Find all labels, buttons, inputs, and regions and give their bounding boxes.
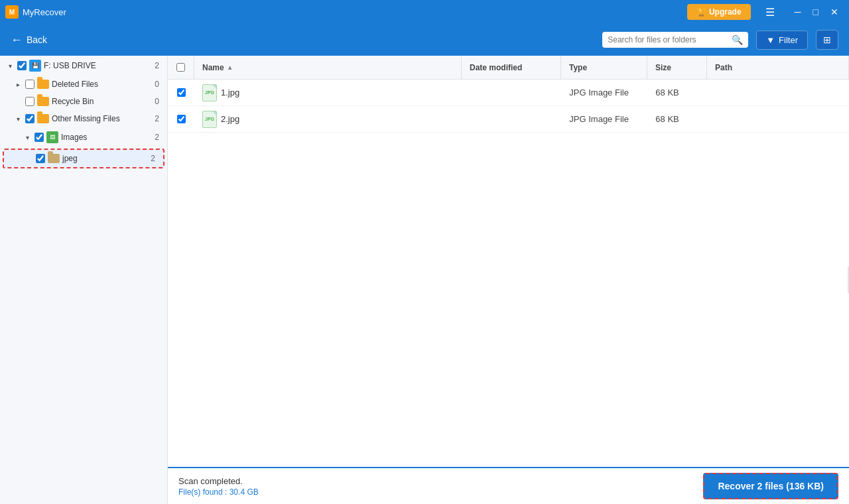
hamburger-icon[interactable]: ☰ <box>761 5 779 20</box>
status-info: Scan completed. File(s) found : 30.4 GB <box>178 476 259 497</box>
deleted-files-checkbox[interactable] <box>25 80 34 89</box>
sort-arrow-icon: ▲ <box>227 64 233 71</box>
upgrade-button[interactable]: 🏆 Upgrade <box>687 4 751 20</box>
column-header-path[interactable]: Path <box>707 56 849 79</box>
search-box: 🔍 <box>602 32 748 48</box>
title-bar: M MyRecover 🏆 Upgrade ☰ ─ □ ✕ <box>0 0 849 24</box>
jpeg-count: 2 <box>151 154 158 163</box>
upgrade-label: Upgrade <box>709 7 742 17</box>
images-count: 2 <box>155 133 162 142</box>
view-toggle-button[interactable]: ⊞ <box>816 30 838 50</box>
deleted-files-label: Deleted Files <box>52 80 152 89</box>
window-controls: ─ □ ✕ <box>789 4 844 20</box>
row1-checkbox[interactable] <box>177 88 186 97</box>
usb-icon-group: 💾 <box>29 60 41 72</box>
name-column-label: Name <box>202 63 224 72</box>
type-column-label: Type <box>569 63 587 72</box>
row1-type: JPG Image File <box>569 88 629 97</box>
sidebar-item-other-missing[interactable]: ▾ Other Missing Files 2 <box>0 110 167 127</box>
app-branding: M MyRecover <box>5 5 66 19</box>
files-found: File(s) found : 30.4 GB <box>178 487 259 497</box>
recycle-bin-checkbox[interactable] <box>25 97 34 106</box>
maximize-button[interactable]: □ <box>808 4 824 20</box>
recycle-bin-label: Recycle Bin <box>52 97 152 106</box>
row1-type-cell: JPG Image File <box>561 80 647 105</box>
chevron-down-icon: ▾ <box>5 61 15 70</box>
recycle-bin-count: 0 <box>155 97 162 106</box>
view-grid-icon: ⊞ <box>823 34 831 45</box>
jpg-file-icon: JPG <box>202 84 217 101</box>
row2-check-cell <box>168 106 194 132</box>
row2-size: 68 KB <box>655 114 679 124</box>
sidebar-item-recycle-bin[interactable]: Recycle Bin 0 <box>0 93 167 110</box>
other-missing-checkbox[interactable] <box>25 114 34 123</box>
content-pane: › Name ▲ Date modified Type Size Path <box>168 56 849 504</box>
back-label: Back <box>27 34 47 45</box>
close-button[interactable]: ✕ <box>825 4 844 20</box>
recycle-bin-icon <box>37 97 49 106</box>
table-row[interactable]: JPG 2.jpg JPG Image File 68 KB <box>168 106 849 133</box>
row1-size-cell: 68 KB <box>647 80 707 105</box>
filter-label: Filter <box>779 35 798 45</box>
column-header-size[interactable]: Size <box>647 56 707 79</box>
usb-drive-label: F: USB DRIVE <box>44 61 152 70</box>
row2-checkbox[interactable] <box>177 115 186 123</box>
row1-path-cell <box>707 80 849 105</box>
search-input[interactable] <box>608 35 728 44</box>
sidebar-item-jpeg[interactable]: jpeg 2 <box>3 149 164 168</box>
table-header: Name ▲ Date modified Type Size Path <box>168 56 849 80</box>
usb-drive-count: 2 <box>155 61 162 70</box>
back-arrow-icon: ← <box>11 33 23 47</box>
size-column-label: Size <box>655 63 671 72</box>
column-header-checkbox[interactable] <box>168 56 194 79</box>
row2-date-cell <box>462 106 561 132</box>
table-row[interactable]: JPG 1.jpg JPG Image File 68 KB <box>168 80 849 106</box>
other-missing-label: Other Missing Files <box>52 114 152 123</box>
images-label: Images <box>61 133 152 142</box>
menu-icon-area: ☰ <box>761 5 779 20</box>
sidebar-item-usb-drive[interactable]: ▾ 💾 F: USB DRIVE 2 <box>0 56 167 76</box>
chevron-down-icon: ▾ <box>13 114 23 123</box>
column-header-date[interactable]: Date modified <box>462 56 561 79</box>
status-bar: Scan completed. File(s) found : 30.4 GB … <box>168 467 849 504</box>
row2-filename: 2.jpg <box>221 114 239 124</box>
jpeg-label: jpeg <box>62 154 148 163</box>
images-checkbox[interactable] <box>34 133 44 142</box>
filter-icon: ▼ <box>766 35 775 45</box>
jpeg-checkbox[interactable] <box>36 154 45 163</box>
sidebar: ▾ 💾 F: USB DRIVE 2 ▸ Deleted Files 0 Rec… <box>0 56 168 504</box>
row1-name-cell: JPG 1.jpg <box>194 80 462 105</box>
scan-status: Scan completed. <box>178 476 259 486</box>
app-title: MyRecover <box>23 7 66 17</box>
row2-size-cell: 68 KB <box>647 106 707 132</box>
usb-drive-icon: 💾 <box>29 60 41 72</box>
filter-button[interactable]: ▼ Filter <box>756 31 808 50</box>
chevron-placeholder <box>13 97 23 106</box>
file-list: JPG 1.jpg JPG Image File 68 KB <box>168 80 849 467</box>
recover-button[interactable]: Recover 2 files (136 KB) <box>703 473 838 499</box>
usb-drive-checkbox[interactable] <box>17 61 27 70</box>
images-folder-icon: 🖼 <box>46 131 58 143</box>
upgrade-icon: 🏆 <box>696 7 706 17</box>
minimize-button[interactable]: ─ <box>789 4 807 20</box>
column-header-type[interactable]: Type <box>561 56 647 79</box>
toolbar: ← Back 🔍 ▼ Filter ⊞ <box>0 24 849 56</box>
sidebar-item-deleted-files[interactable]: ▸ Deleted Files 0 <box>0 76 167 93</box>
select-all-checkbox[interactable] <box>176 63 185 72</box>
row2-type-cell: JPG Image File <box>561 106 647 132</box>
chevron-down-icon: ▾ <box>23 133 32 142</box>
jpg-file-icon: JPG <box>202 111 217 128</box>
row1-date-cell <box>462 80 561 105</box>
other-missing-count: 2 <box>155 114 162 123</box>
date-column-label: Date modified <box>470 63 522 72</box>
path-column-label: Path <box>715 63 732 72</box>
row2-name-cell: JPG 2.jpg <box>194 106 462 132</box>
row1-filename: 1.jpg <box>221 88 239 97</box>
column-header-name[interactable]: Name ▲ <box>194 56 462 79</box>
sidebar-item-images[interactable]: ▾ 🖼 Images 2 <box>0 127 167 147</box>
chevron-right-icon: ▸ <box>13 80 23 89</box>
row2-type: JPG Image File <box>569 114 629 124</box>
search-icon[interactable]: 🔍 <box>732 34 743 45</box>
logo-letter: M <box>9 9 15 16</box>
back-button[interactable]: ← Back <box>11 33 47 47</box>
